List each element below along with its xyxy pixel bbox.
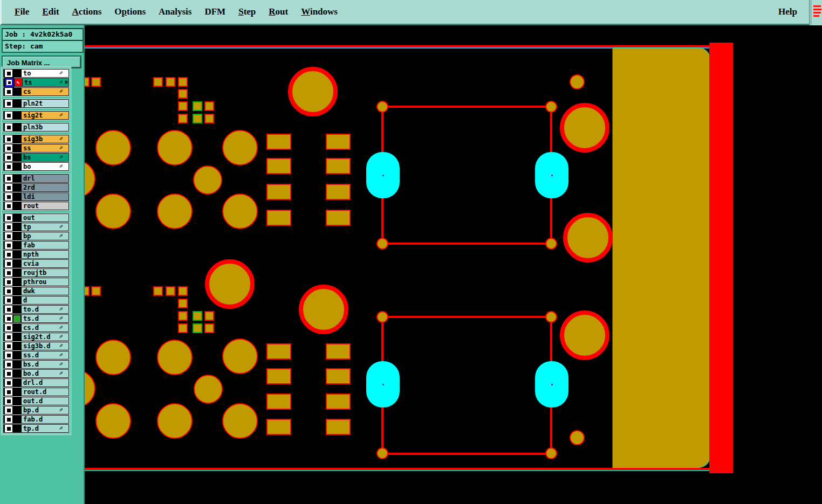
layer-label-bs.d[interactable]: bs.d✎ bbox=[21, 360, 69, 369]
layer-label-bp.d[interactable]: bp.d✎ bbox=[21, 406, 69, 415]
layer-label-ss[interactable]: ss✎ bbox=[21, 144, 69, 153]
layer-checkbox-drl[interactable] bbox=[5, 175, 12, 182]
menu-rout[interactable]: Rout bbox=[269, 6, 288, 17]
square-pad bbox=[91, 286, 101, 296]
layer-label-dwk[interactable]: dwk bbox=[21, 287, 69, 295]
layer-label-bo.d[interactable]: bo.d✎ bbox=[21, 369, 69, 378]
layer-label-rout[interactable]: rout bbox=[21, 202, 69, 210]
layer-checkbox-cvia[interactable] bbox=[5, 260, 12, 267]
layer-label-sig3b.d[interactable]: sig3b.d✎ bbox=[21, 342, 69, 350]
layer-checkbox-bo[interactable] bbox=[5, 163, 12, 170]
layer-label-sig2t[interactable]: sig2t✎ bbox=[21, 111, 69, 120]
layer-group: to✎↖ts✎⊞cs✎ bbox=[3, 68, 70, 96]
menu-options[interactable]: Options bbox=[114, 6, 146, 17]
torn-menu-strip[interactable] bbox=[809, 0, 822, 25]
layer-checkbox-bp[interactable] bbox=[5, 232, 12, 240]
layer-checkbox-bs[interactable] bbox=[5, 154, 12, 161]
layer-label-tp.d[interactable]: tp.d✎ bbox=[21, 424, 69, 433]
layer-label-cs.d[interactable]: cs.d✎ bbox=[21, 323, 69, 332]
layer-checkbox-ldi[interactable] bbox=[5, 193, 12, 201]
menu-analysis[interactable]: Analysis bbox=[159, 6, 191, 17]
layer-label-pln3b[interactable]: pln3b bbox=[21, 123, 69, 132]
layer-label-pln2t[interactable]: pln2t bbox=[21, 99, 69, 108]
layer-checkbox-out[interactable] bbox=[5, 214, 12, 222]
square-pad bbox=[178, 114, 188, 123]
layer-checkbox-to[interactable] bbox=[5, 70, 12, 77]
layer-icon-slot bbox=[13, 184, 21, 191]
layer-checkbox-rout[interactable] bbox=[5, 202, 12, 210]
layer-checkbox-out.d[interactable] bbox=[5, 397, 12, 405]
menu-edit[interactable]: Edit bbox=[42, 6, 59, 17]
pcb-viewport[interactable] bbox=[85, 25, 822, 504]
layer-label-sig2t.d[interactable]: sig2t.d✎ bbox=[21, 333, 69, 341]
layer-checkbox-bs.d[interactable] bbox=[5, 361, 12, 368]
menu-windows[interactable]: Windows bbox=[301, 6, 338, 17]
layer-label-bs[interactable]: bs✎ bbox=[21, 153, 69, 162]
layer-checkbox-pln3b[interactable] bbox=[5, 123, 12, 131]
layer-label-to.d[interactable]: to.d✎ bbox=[21, 305, 69, 314]
layer-label-cvia[interactable]: cvia bbox=[21, 259, 69, 268]
layer-checkbox-sig2t.d[interactable] bbox=[5, 333, 12, 341]
layer-checkbox-roujtb[interactable] bbox=[5, 269, 12, 277]
layer-label-d[interactable]: d bbox=[21, 296, 69, 305]
layer-checkbox-sig3b[interactable] bbox=[5, 135, 12, 143]
layer-label-npth[interactable]: npth bbox=[21, 250, 69, 259]
layer-checkbox-tp.d[interactable] bbox=[5, 425, 12, 432]
layer-checkbox-tp[interactable] bbox=[5, 223, 12, 231]
layer-label-ts.d[interactable]: ts.d✎ bbox=[21, 314, 69, 323]
layer-label-ldi[interactable]: ldi bbox=[21, 192, 69, 201]
layer-checkbox-d[interactable] bbox=[5, 296, 12, 304]
layer-label-cs[interactable]: cs✎ bbox=[21, 87, 69, 96]
ringed-drill-pad bbox=[563, 213, 613, 263]
layer-checkbox-pln2t[interactable] bbox=[5, 100, 12, 107]
layer-label-sig3b[interactable]: sig3b✎ bbox=[21, 135, 69, 143]
layer-checkbox-ss.d[interactable] bbox=[5, 351, 12, 359]
layer-checkbox-rout.d[interactable] bbox=[5, 388, 12, 396]
rect-pad bbox=[266, 210, 291, 226]
layer-row-ts.d: ts.d✎ bbox=[3, 314, 69, 323]
layer-label-out.d[interactable]: out.d bbox=[21, 397, 69, 405]
layer-label-drl.d[interactable]: drl.d bbox=[21, 378, 69, 387]
layer-checkbox-cs.d[interactable] bbox=[5, 324, 12, 332]
menu-file[interactable]: File bbox=[15, 6, 29, 17]
layer-checkbox-pthrou[interactable] bbox=[5, 278, 12, 286]
layer-label-pthrou[interactable]: pthrou bbox=[21, 278, 69, 286]
menu-actions[interactable]: Actions bbox=[72, 6, 102, 17]
layer-label-2rd[interactable]: 2rd bbox=[21, 183, 69, 192]
layer-label-bo[interactable]: bo✎ bbox=[21, 162, 69, 171]
layer-label-out[interactable]: out bbox=[21, 213, 69, 222]
layer-group: pln3b bbox=[3, 122, 70, 132]
layer-label-ss.d[interactable]: ss.d✎ bbox=[21, 351, 69, 360]
layer-label-bp[interactable]: bp✎ bbox=[21, 232, 69, 240]
layer-checkbox-ts.d[interactable] bbox=[5, 315, 12, 322]
layer-label-ts[interactable]: ts✎⊞ bbox=[22, 78, 69, 87]
menu-dfm[interactable]: DFM bbox=[204, 6, 225, 17]
layer-row-bp: bp✎ bbox=[3, 232, 69, 241]
layer-checkbox-sig2t[interactable] bbox=[5, 112, 12, 119]
layer-label-drl[interactable]: drl bbox=[21, 174, 69, 183]
layer-icon-slot bbox=[13, 324, 21, 332]
layer-checkbox-ss[interactable] bbox=[5, 144, 12, 152]
layer-label-fab.d[interactable]: fab.d bbox=[21, 415, 69, 424]
layer-checkbox-cs[interactable] bbox=[5, 88, 12, 95]
square-pad bbox=[178, 311, 188, 321]
menu-step[interactable]: Step bbox=[238, 6, 256, 17]
layer-checkbox-2rd[interactable] bbox=[5, 184, 12, 191]
layer-checkbox-sig3b.d[interactable] bbox=[5, 342, 12, 350]
layer-label-rout.d[interactable]: rout.d bbox=[21, 388, 69, 396]
layer-checkbox-npth[interactable] bbox=[5, 251, 12, 258]
menu-help[interactable]: Help bbox=[778, 6, 797, 17]
layer-checkbox-drl.d[interactable] bbox=[5, 379, 12, 386]
layer-checkbox-to.d[interactable] bbox=[5, 306, 12, 313]
layer-checkbox-ts[interactable] bbox=[5, 78, 13, 87]
layer-label-tp[interactable]: tp✎ bbox=[21, 223, 69, 231]
layer-label-to[interactable]: to✎ bbox=[21, 69, 69, 78]
layer-checkbox-fab.d[interactable] bbox=[5, 416, 12, 423]
layer-checkbox-fab[interactable] bbox=[5, 241, 12, 249]
layer-label-roujtb[interactable]: roujtb bbox=[21, 268, 69, 277]
layer-label-fab[interactable]: fab bbox=[21, 241, 69, 250]
layer-icon-slot bbox=[13, 112, 21, 119]
layer-checkbox-bo.d[interactable] bbox=[5, 370, 12, 377]
layer-checkbox-bp.d[interactable] bbox=[5, 406, 12, 414]
layer-checkbox-dwk[interactable] bbox=[5, 287, 12, 295]
